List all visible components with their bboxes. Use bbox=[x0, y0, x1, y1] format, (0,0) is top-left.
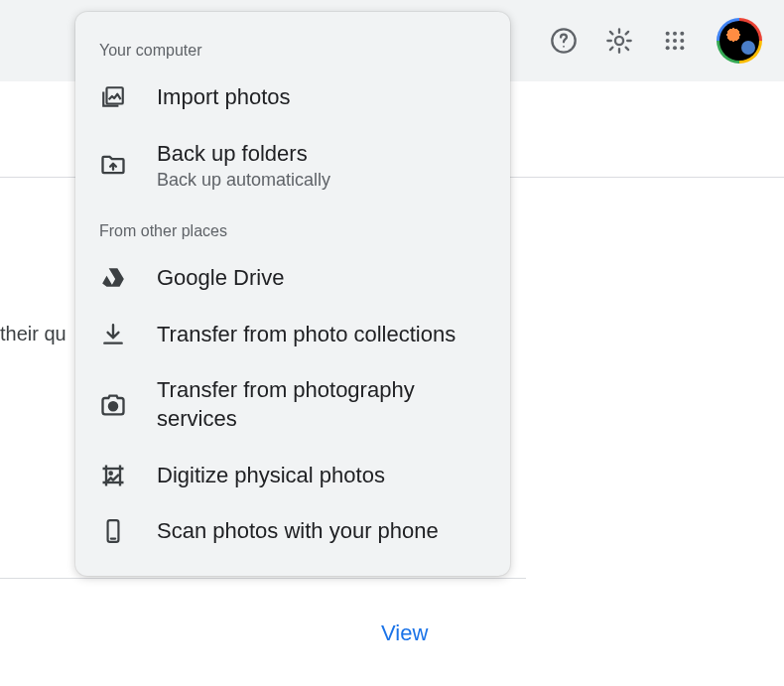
section-label-other: From other places bbox=[75, 205, 510, 250]
svg-point-1 bbox=[563, 46, 565, 48]
svg-point-5 bbox=[680, 32, 684, 36]
svg-point-15 bbox=[110, 472, 112, 474]
svg-point-4 bbox=[673, 32, 677, 36]
menu-label: Transfer from photography services bbox=[157, 376, 486, 433]
account-avatar[interactable] bbox=[717, 18, 762, 64]
menu-label: Transfer from photo collections bbox=[157, 321, 456, 349]
menu-sublabel: Back up automatically bbox=[157, 170, 330, 191]
svg-point-3 bbox=[666, 32, 670, 36]
menu-item-backup-folders[interactable]: Back up folders Back up automatically bbox=[75, 126, 510, 206]
svg-point-8 bbox=[680, 39, 684, 43]
svg-rect-12 bbox=[107, 88, 123, 104]
menu-label: Back up folders bbox=[157, 140, 330, 169]
svg-point-10 bbox=[673, 46, 677, 50]
apps-grid-icon[interactable] bbox=[661, 27, 689, 55]
menu-label: Google Drive bbox=[157, 264, 284, 293]
camera-icon bbox=[99, 391, 127, 419]
menu-label: Import photos bbox=[157, 83, 291, 112]
svg-point-11 bbox=[680, 46, 684, 50]
svg-point-2 bbox=[615, 37, 623, 45]
menu-item-digitize[interactable]: Digitize physical photos bbox=[75, 448, 510, 504]
import-menu-popup: Your computer Import photos Back up fold… bbox=[75, 12, 510, 576]
svg-point-9 bbox=[666, 46, 670, 50]
settings-icon[interactable] bbox=[605, 27, 633, 55]
svg-point-7 bbox=[673, 39, 677, 43]
background-text-fragment: their qu bbox=[0, 323, 66, 345]
photo-frame-icon bbox=[99, 462, 127, 489]
phone-icon bbox=[99, 517, 127, 545]
svg-point-6 bbox=[666, 39, 670, 43]
menu-item-transfer-collections[interactable]: Transfer from photo collections bbox=[75, 307, 510, 363]
svg-point-13 bbox=[109, 402, 117, 410]
folder-upload-icon bbox=[99, 151, 127, 179]
menu-item-transfer-services[interactable]: Transfer from photography services bbox=[75, 362, 510, 447]
menu-item-google-drive[interactable]: Google Drive bbox=[75, 250, 510, 307]
menu-item-import-photos[interactable]: Import photos bbox=[75, 69, 510, 126]
section-label-computer: Your computer bbox=[75, 24, 510, 69]
menu-item-scan-phone[interactable]: Scan photos with your phone bbox=[75, 503, 510, 560]
image-stack-icon bbox=[99, 83, 127, 111]
menu-label: Digitize physical photos bbox=[157, 462, 385, 490]
divider bbox=[0, 578, 526, 579]
view-link[interactable]: View bbox=[381, 620, 428, 646]
menu-label: Scan photos with your phone bbox=[157, 517, 439, 546]
download-icon bbox=[99, 321, 127, 348]
help-icon[interactable] bbox=[550, 27, 578, 55]
google-drive-icon bbox=[99, 264, 127, 292]
